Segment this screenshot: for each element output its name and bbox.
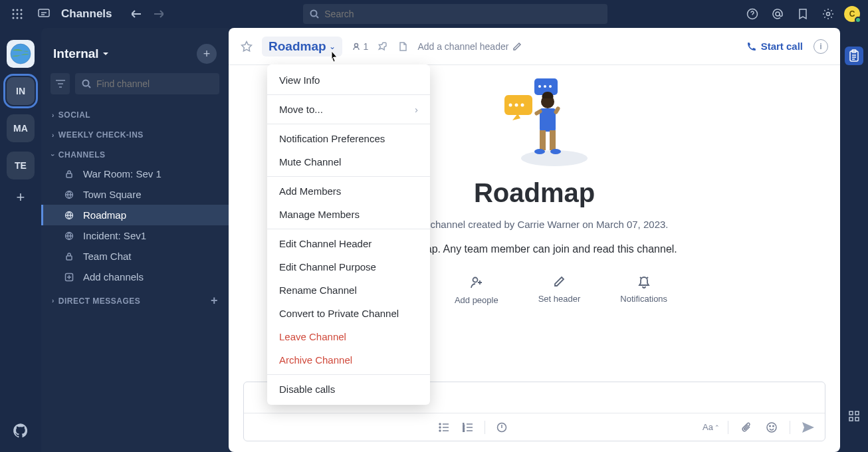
server-ma[interactable]: MA bbox=[7, 114, 35, 142]
apps-icon[interactable] bbox=[845, 407, 863, 425]
settings-gear-icon[interactable] bbox=[819, 5, 837, 23]
new-button[interactable]: + bbox=[197, 44, 217, 64]
server-globe[interactable] bbox=[7, 40, 35, 68]
svg-point-44 bbox=[439, 430, 441, 431]
svg-point-16 bbox=[83, 80, 89, 86]
channel-info-button[interactable]: i bbox=[814, 39, 828, 54]
svg-rect-34 bbox=[540, 108, 556, 132]
menu-notification-prefs[interactable]: Notification Preferences bbox=[267, 127, 430, 150]
svg-point-7 bbox=[17, 17, 19, 19]
chevron-right-icon: › bbox=[415, 104, 418, 115]
svg-point-49 bbox=[767, 423, 776, 432]
apps-grid-icon[interactable] bbox=[8, 5, 27, 23]
composer-toolbar: 123 Aa ⌃ bbox=[244, 413, 825, 441]
svg-point-12 bbox=[776, 12, 780, 16]
global-search-input[interactable] bbox=[324, 9, 601, 19]
add-header-button[interactable]: Add a channel header bbox=[417, 41, 522, 52]
attach-button[interactable] bbox=[736, 417, 756, 437]
nav-back-button[interactable] bbox=[127, 5, 146, 23]
menu-disable-calls[interactable]: Disable calls bbox=[267, 378, 430, 401]
search-icon bbox=[82, 79, 91, 88]
svg-point-13 bbox=[827, 13, 830, 16]
channel-dropdown-menu: View Info Move to...› Notification Prefe… bbox=[267, 64, 430, 405]
bookmark-icon[interactable] bbox=[794, 5, 812, 23]
svg-point-51 bbox=[773, 425, 774, 427]
clipboard-icon[interactable] bbox=[845, 47, 863, 65]
menu-leave[interactable]: Leave Channel bbox=[267, 325, 430, 348]
start-call-button[interactable]: Start call bbox=[746, 41, 803, 52]
svg-point-2 bbox=[21, 9, 23, 11]
user-avatar[interactable]: C bbox=[844, 6, 860, 22]
action-notifications[interactable]: Notifications bbox=[620, 275, 667, 308]
menu-edit-header[interactable]: Edit Channel Header bbox=[267, 232, 430, 255]
channel-roadmap[interactable]: Roadmap bbox=[41, 205, 229, 225]
github-icon[interactable] bbox=[11, 421, 30, 440]
section-dm[interactable]: ›DIRECT MESSAGES+ bbox=[41, 287, 229, 312]
svg-point-41 bbox=[473, 278, 477, 282]
priority-button[interactable] bbox=[492, 417, 512, 437]
menu-manage-members[interactable]: Manage Members bbox=[267, 203, 430, 226]
server-in[interactable]: IN bbox=[7, 77, 35, 105]
menu-view-info[interactable]: View Info bbox=[267, 68, 430, 92]
welcome-illustration bbox=[468, 72, 601, 171]
action-set-header[interactable]: Set header bbox=[538, 275, 581, 308]
channel-war-room[interactable]: War Room: Sev 1 bbox=[41, 164, 229, 184]
server-te[interactable]: TE bbox=[7, 152, 35, 179]
team-name-label: Internal bbox=[53, 47, 99, 61]
menu-archive[interactable]: Archive Channel bbox=[267, 348, 430, 372]
svg-point-23 bbox=[354, 43, 358, 47]
welcome-title: Roadmap bbox=[474, 178, 595, 208]
menu-move-to[interactable]: Move to...› bbox=[267, 98, 430, 121]
user-icon bbox=[352, 42, 361, 51]
section-social[interactable]: ›SOCIAL bbox=[41, 104, 229, 124]
svg-rect-25 bbox=[504, 95, 532, 115]
filter-button[interactable] bbox=[51, 73, 70, 94]
channel-title-dropdown[interactable]: Roadmap ⌄ bbox=[262, 37, 342, 56]
svg-point-10 bbox=[311, 11, 317, 17]
menu-convert-private[interactable]: Convert to Private Channel bbox=[267, 302, 430, 325]
plus-box-icon bbox=[63, 273, 75, 282]
lock-icon bbox=[63, 252, 75, 261]
channel-incident[interactable]: Incident: Sev1 bbox=[41, 225, 229, 246]
numbered-list-button[interactable]: 123 bbox=[458, 417, 478, 437]
formatting-toggle[interactable]: Aa ⌃ bbox=[703, 422, 720, 432]
add-dm-button[interactable]: + bbox=[211, 294, 218, 308]
favorite-star-button[interactable] bbox=[241, 41, 253, 53]
nav-forward-button[interactable] bbox=[150, 5, 168, 23]
help-icon[interactable] bbox=[743, 5, 762, 23]
menu-edit-purpose[interactable]: Edit Channel Purpose bbox=[267, 255, 430, 279]
add-server-button[interactable]: + bbox=[17, 189, 25, 206]
bullet-list-button[interactable] bbox=[434, 417, 454, 437]
find-channel-input[interactable] bbox=[96, 78, 213, 89]
send-button[interactable] bbox=[798, 417, 818, 437]
find-channel-box[interactable] bbox=[75, 73, 219, 94]
channel-team-chat[interactable]: Team Chat bbox=[41, 246, 229, 267]
svg-point-1 bbox=[17, 9, 19, 11]
svg-rect-38 bbox=[550, 130, 556, 150]
section-channels[interactable]: ›CHANNELS bbox=[41, 144, 229, 164]
pin-icon[interactable] bbox=[378, 41, 388, 52]
global-search[interactable] bbox=[303, 4, 607, 24]
phone-icon bbox=[746, 41, 757, 52]
emoji-button[interactable] bbox=[762, 417, 782, 437]
svg-point-8 bbox=[21, 17, 23, 19]
svg-rect-56 bbox=[849, 417, 853, 421]
pencil-icon bbox=[512, 42, 522, 51]
svg-point-32 bbox=[549, 85, 552, 88]
team-switcher[interactable]: Internal bbox=[53, 47, 110, 61]
globe-icon bbox=[63, 211, 75, 220]
action-add-people[interactable]: Add people bbox=[455, 275, 498, 308]
mentions-icon[interactable] bbox=[768, 5, 787, 23]
menu-add-members[interactable]: Add Members bbox=[267, 179, 430, 203]
menu-rename[interactable]: Rename Channel bbox=[267, 279, 430, 302]
globe-icon bbox=[63, 190, 75, 199]
member-count-button[interactable]: 1 bbox=[352, 41, 369, 52]
add-channels-button[interactable]: Add channels bbox=[41, 267, 229, 287]
search-icon bbox=[310, 9, 319, 19]
section-weekly[interactable]: ›WEEKLY CHECK-INS bbox=[41, 124, 229, 144]
lock-icon bbox=[63, 170, 75, 179]
menu-mute[interactable]: Mute Channel bbox=[267, 150, 430, 173]
channel-town-square[interactable]: Town Square bbox=[41, 184, 229, 205]
svg-point-4 bbox=[17, 13, 19, 15]
files-icon[interactable] bbox=[397, 41, 408, 52]
